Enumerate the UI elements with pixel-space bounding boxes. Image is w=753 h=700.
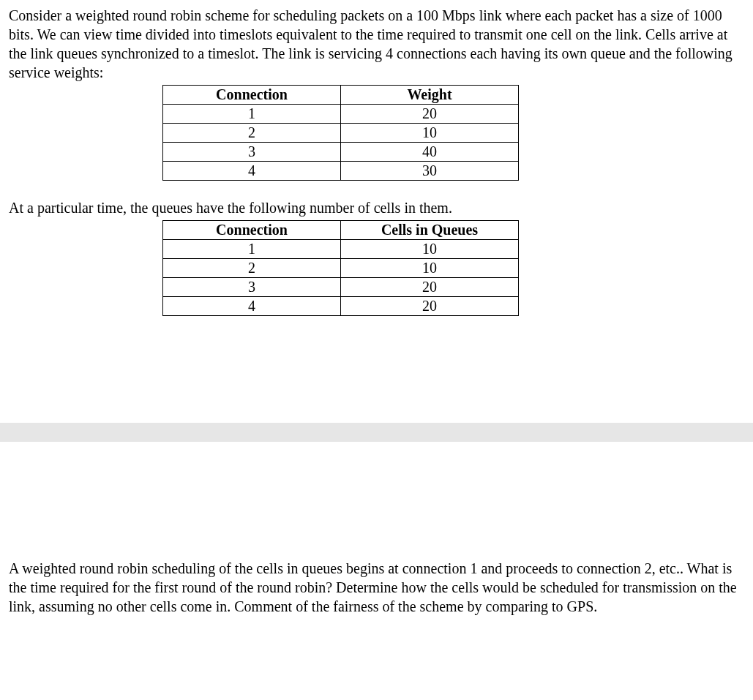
- table-row: 2 10: [163, 124, 519, 143]
- table-row: 3 40: [163, 143, 519, 162]
- table-row: 1 10: [163, 240, 519, 259]
- cell-cells: 10: [341, 259, 519, 278]
- cell-weight: 30: [341, 162, 519, 181]
- cell-connection: 2: [163, 259, 341, 278]
- table-row: 1 20: [163, 105, 519, 124]
- cell-connection: 4: [163, 162, 341, 181]
- weights-header-connection: Connection: [163, 86, 341, 105]
- blank-space: [9, 320, 744, 423]
- table-row: 2 10: [163, 259, 519, 278]
- cell-connection: 3: [163, 143, 341, 162]
- queues-header-cells: Cells in Queues: [341, 221, 519, 240]
- cell-weight: 10: [341, 124, 519, 143]
- cell-connection: 1: [163, 105, 341, 124]
- problem-paragraph-1: Consider a weighted round robin scheme f…: [9, 6, 744, 82]
- weights-header-weight: Weight: [341, 86, 519, 105]
- cell-connection: 4: [163, 297, 341, 316]
- weights-table: Connection Weight 1 20 2 10 3 40 4 30: [162, 85, 519, 181]
- cell-connection: 2: [163, 124, 341, 143]
- table-header-row: Connection Cells in Queues: [163, 221, 519, 240]
- cell-connection: 1: [163, 240, 341, 259]
- queues-table: Connection Cells in Queues 1 10 2 10 3 2…: [162, 220, 519, 316]
- table-row: 3 20: [163, 278, 519, 297]
- cell-weight: 40: [341, 143, 519, 162]
- table-row: 4 30: [163, 162, 519, 181]
- problem-paragraph-2: At a particular time, the queues have th…: [9, 198, 744, 217]
- cell-cells: 10: [341, 240, 519, 259]
- cell-cells: 20: [341, 297, 519, 316]
- page-break-divider: [0, 423, 753, 442]
- cell-connection: 3: [163, 278, 341, 297]
- blank-space: [9, 442, 744, 559]
- table-row: 4 20: [163, 297, 519, 316]
- cell-cells: 20: [341, 278, 519, 297]
- queues-header-connection: Connection: [163, 221, 341, 240]
- problem-paragraph-3: A weighted round robin scheduling of the…: [9, 559, 744, 616]
- cell-weight: 20: [341, 105, 519, 124]
- table-header-row: Connection Weight: [163, 86, 519, 105]
